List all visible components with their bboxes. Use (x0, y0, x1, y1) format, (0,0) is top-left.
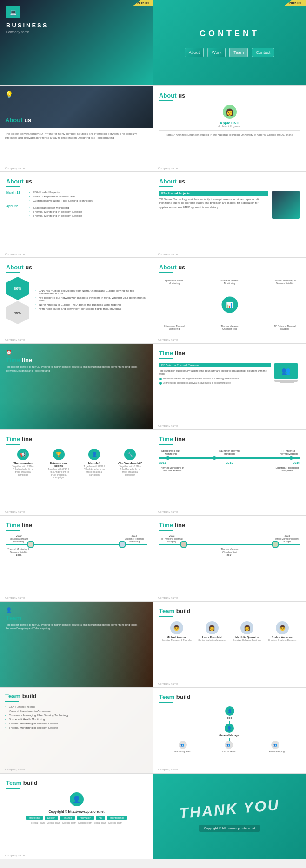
avatar-1: 👨 (170, 621, 183, 634)
team-underline-4 (6, 788, 20, 789)
team-list-content: Team build ESA Funded Projects Years of … (0, 688, 153, 735)
ceo-row: 👤 CEO (159, 706, 300, 719)
node-5: Thermal Vacuum Chamber Test (217, 325, 242, 330)
tl-dot-2 (213, 456, 216, 460)
tl-sub1-text: It's use described the origin sometime d… (163, 377, 239, 380)
company-label-tl1: Company name (158, 424, 178, 427)
heading-underline-6 (159, 272, 173, 273)
branch2-avatar: 👥 (225, 741, 233, 749)
hex-content: About us 60% 40% XNA has multiple daily … (0, 258, 153, 343)
nav-work[interactable]: Work (207, 48, 226, 57)
business-title: BUSINESS (6, 22, 147, 29)
heading-underline (159, 100, 173, 101)
tl-b-circle-2 (272, 541, 279, 548)
about-image-area: 💡 About us (0, 86, 153, 128)
tl-underline-2 (6, 444, 20, 445)
year-2015: 2015 (293, 461, 300, 464)
tl-item-4: Spacecraft Health Monitoring (5, 718, 148, 721)
node-1: Spacecraft Health Monitoring (161, 279, 187, 285)
branch-3: 👥 Thermal Mapping (266, 741, 285, 753)
separator (159, 130, 300, 131)
date-apr: April 22 (6, 204, 25, 208)
step1-label: The campaign (10, 462, 36, 464)
tl-photos-layout: 2010 Spacecraft Health Monitoring 2012 L… (6, 535, 147, 556)
slide-about-hex: About us 60% 40% XNA has multiple daily … (0, 258, 153, 344)
tl-item-2: Years of Experience in Aerospace (5, 710, 148, 712)
nav-contact[interactable]: Contact (252, 48, 274, 57)
team-underline-1 (159, 616, 173, 617)
sublabel-2: Special Team (47, 822, 60, 824)
node-3: Thermal Monitoring In Telecom Satellite (272, 279, 298, 285)
branch1-avatar: 👥 (179, 741, 187, 749)
row-2: 💡 About us The project delivera to fully… (0, 86, 306, 172)
slide-content-nav: 2015.09 CONTENT About Work Team Contact (153, 0, 306, 86)
about-heading-3: About us (6, 178, 147, 185)
tl-steps: 📢 The campaign Together with GSB & Triba… (6, 449, 147, 479)
team-cover-title: Team (6, 614, 147, 621)
team-skills-content: Team build 👤 Copyright © http://www.ppts… (0, 774, 153, 859)
about-img-title: About us (5, 117, 31, 124)
slide-about-esa: About us ESA Funded Projects YR Sensor T… (153, 172, 306, 258)
row-3: About us March 13 April 22 ESA Funded Pr… (0, 172, 306, 258)
dates-layout: March 13 April 22 ESA Funded Projects Ye… (6, 191, 147, 219)
tl-main-item: RF Antenna Thermal Mapping (159, 363, 271, 367)
tl-b-circle-1 (180, 541, 187, 548)
tl-bot-1: Thermal Monitoring In Telecom Satellite (159, 466, 185, 472)
copyright-watermark-small: Copyright © http://www.pptstore.net (6, 810, 147, 813)
tl-text-area: RF Antenna Thermal Mapping The campaign … (159, 363, 271, 385)
tl-step-3: 👤 Meet Jeff Together with GSB & Tribal A… (81, 449, 107, 479)
company-label-team4: Company name (5, 854, 25, 857)
monitor-base (280, 382, 294, 383)
tl-circle-photo-1 (27, 541, 34, 548)
tl-circle-photo-2 (119, 541, 126, 548)
heading-underline-3 (6, 186, 20, 187)
company-label-team3: Company name (158, 768, 178, 771)
monitor-area: 👥 (274, 363, 300, 383)
step4-label: Aka 'baseless bill' (117, 462, 143, 464)
team-card-4: 👨 Joshua Anderson Creative Graphics Desi… (267, 621, 298, 641)
tl-bar-layout: Spacecraft Fault Monitoring Launcher The… (159, 450, 300, 472)
nav-team[interactable]: Team (229, 48, 248, 57)
slide-team-skills: Team build 👤 Copyright © http://www.ppts… (0, 773, 153, 859)
branch-1: 👥 Marketing Team (174, 741, 191, 753)
branch2-label: Recruit Team (222, 750, 235, 753)
timeline-heading-3: Time line (159, 436, 300, 443)
timeline-heading-4: Time line (6, 522, 147, 529)
hex-item-2: We designed our network with business tr… (35, 296, 147, 302)
nav-about[interactable]: About (185, 48, 204, 57)
row-1: 2015.09 💻 BUSINESS Company name 2015.09 … (0, 0, 306, 86)
company-label-3: Company name (5, 253, 25, 255)
thankyou-text: THANK YOU (179, 796, 280, 822)
team-org-content: Team build 👤 CEO 👤 (153, 688, 306, 773)
step3-label: Meet Jeff (81, 462, 107, 464)
slide-team-org: Team build 👤 CEO 👤 (153, 687, 306, 773)
tl-photo-line (6, 544, 147, 545)
tl-underline-3 (159, 444, 173, 445)
member-role-1: Creative Manager & Founder (161, 639, 193, 641)
hex-shape-40: 40% (6, 301, 29, 324)
tl-b-node-3: Thermal Vacuum Chamber Test 2014 (217, 548, 242, 556)
company-label-6: Company name (158, 339, 178, 341)
about-heading-4: About us (159, 178, 300, 185)
sublabel-1: Special Team (31, 822, 45, 824)
step1-desc: Together with GSB & Tribal Anderlecht on… (10, 465, 36, 476)
team-cover-content: 👤 Team The project delivers to fully 3D … (0, 602, 153, 636)
tl-bottom-labels: Thermal Monitoring In Telecom Satellite … (159, 466, 300, 472)
hex-item-3: North America or Europe—XNA brings the b… (35, 303, 147, 306)
timeline-cover-text: The project delivers to fully 3D Printin… (6, 365, 147, 372)
skills-badges: Marketing Design Finance Innovation HR M… (6, 816, 147, 820)
team-cover-text: The project delivers to fully 3D Printin… (6, 623, 147, 630)
person-role: Architect Engineer (159, 125, 300, 128)
center-node: 📊 (221, 297, 238, 313)
tl-item-6: Thermal Monitoring In Telecom Satellite (5, 726, 148, 729)
team-card-3: 👩 Ms. Julia Queenton Creative Software E… (232, 621, 263, 641)
branch1-label: Marketing Team (174, 750, 191, 753)
person-profile: 👩 Apple CNC Architect Engineer I am an A… (159, 105, 300, 137)
tl-step-1: 📢 The campaign Together with GSB & Triba… (10, 449, 36, 479)
heading-underline-5 (6, 272, 20, 273)
list-item-1: ESA Funded Projects (29, 191, 147, 194)
tl-top-3: RF Antenna Thermal Mapping (277, 450, 300, 455)
skill-maintenance: Maintenance (107, 816, 127, 820)
about-heading-5: About us (6, 264, 147, 271)
slide-team-list: Team build ESA Funded Projects Years of … (0, 687, 153, 773)
